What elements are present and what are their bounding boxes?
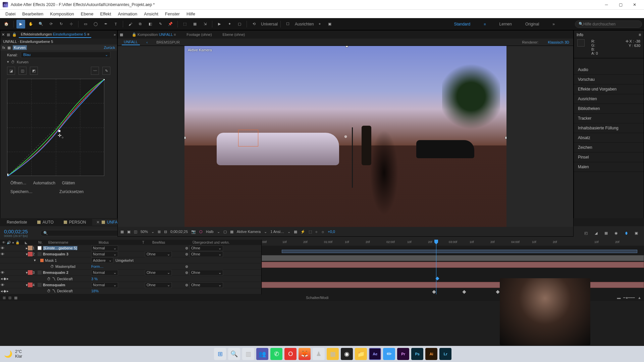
toggle-switches-icon[interactable]: ⊞ — [3, 296, 6, 300]
eye-header-icon[interactable]: 👁 — [2, 241, 5, 244]
curve-tool-pencil[interactable]: ✎ — [102, 67, 110, 75]
alpha-button[interactable]: ▦ — [120, 230, 124, 234]
menu-bearbeiten[interactable]: Bearbeiten — [19, 10, 47, 18]
timeline-search[interactable]: 🔍 — [40, 230, 121, 236]
help-search[interactable]: 🔍 — [575, 20, 642, 28]
panel-effekte[interactable]: Effekte und Vorgaben — [574, 84, 644, 94]
tl-tab-renderliste[interactable]: Renderliste — [3, 219, 31, 226]
menu-fenster[interactable]: Fenster — [162, 10, 183, 18]
chevron-down-icon[interactable]: ⌄ — [217, 230, 220, 234]
graph-icon[interactable]: 〽 — [52, 277, 56, 281]
parent-dropdown[interactable]: Ohne⌄ — [190, 270, 223, 276]
firefox-icon[interactable]: 🦊 — [299, 348, 311, 360]
label-header-icon[interactable]: ◣ — [25, 241, 28, 244]
frame-blend-icon[interactable]: ▦ — [602, 229, 610, 237]
opacity-row-2[interactable]: ◂◆▸ ⏱〽Deckkraft 18% — [0, 288, 261, 294]
photoshop-icon[interactable]: Ps — [411, 348, 423, 360]
layer-row-3[interactable]: 👁 ▾ 3 Bremsqualm 2 Normal⌄ Ohne⌄ ⊚Ohne⌄ — [0, 270, 261, 276]
mode-dropdown[interactable]: Normal⌄ — [91, 282, 118, 288]
menu-animation[interactable]: Animation — [114, 10, 141, 18]
next-kf-icon[interactable]: ▸ — [7, 289, 9, 293]
premiere-icon[interactable]: Pr — [397, 348, 409, 360]
snap-toggle[interactable]: ⟲ — [250, 20, 258, 28]
minimize-button[interactable]: ─ — [600, 0, 613, 9]
curve-mode-3[interactable]: ◩ — [30, 67, 38, 75]
opacity-row[interactable]: ◂◆▸ ⏱〽Deckkraft 3 % — [0, 276, 261, 282]
eye-icon[interactable]: 👁 — [1, 246, 4, 250]
pickwhip-icon[interactable]: ⊚ — [185, 270, 188, 275]
start-button[interactable]: ⊞ — [214, 348, 226, 360]
views-dropdown[interactable]: 1 Ansi… — [270, 230, 284, 234]
guides-button[interactable]: ◫ — [134, 230, 137, 234]
layer-row-1[interactable]: 👁 ▸ 1 [Einste…gsebene 5] Normal⌄ ⊚Ohne⌄ — [0, 245, 261, 251]
explorer-icon[interactable]: 📁 — [355, 348, 367, 360]
teams-icon[interactable]: 👥 — [256, 348, 268, 360]
lock-header-icon[interactable]: 🔒 — [15, 241, 19, 244]
handle-top[interactable] — [345, 46, 348, 47]
puppet-tool[interactable]: ⬚ — [180, 20, 189, 28]
mode-dropdown[interactable]: Normal⌄ — [91, 245, 118, 251]
exposure-reset[interactable]: ☼ — [321, 230, 324, 234]
mode-dropdown[interactable]: Normal⌄ — [91, 270, 118, 276]
tl-tab-person[interactable]: PERSON — [60, 219, 90, 226]
renderer-value[interactable]: Klassisch 3D — [548, 40, 569, 44]
app-icon-1[interactable]: ♟ — [313, 348, 325, 360]
local-axis[interactable]: ▶ — [215, 20, 224, 28]
panel-bibliotheken[interactable]: Bibliotheken — [574, 104, 644, 114]
work-area-bar[interactable] — [282, 250, 637, 253]
curves-smooth-button[interactable]: Glätten — [62, 181, 75, 185]
eye-icon[interactable]: 👁 — [1, 283, 4, 287]
after-effects-icon[interactable]: Ae — [369, 348, 381, 360]
layer-row-4[interactable]: 👁 ▾ 4 Bremsqualm Normal⌄ Ohne⌄ ⊚Ohne⌄ — [0, 282, 261, 288]
speaker-header-icon[interactable]: 🔊 — [7, 241, 11, 244]
color-button[interactable]: ⬡ — [199, 230, 203, 234]
playhead[interactable] — [436, 240, 436, 294]
chevron-down-icon[interactable]: ⌄ — [287, 230, 290, 234]
cache-button[interactable]: ⊟ — [164, 230, 167, 234]
col-parent[interactable]: Übergeordnet und verkn. — [191, 241, 241, 244]
camera-tool[interactable]: ⊹ — [67, 20, 75, 28]
selection-tool[interactable]: ▶ — [16, 20, 25, 28]
eye-icon[interactable]: 👁 — [1, 270, 4, 275]
clone-tool[interactable]: ⧉ — [136, 20, 145, 28]
res-dropdown[interactable]: Halb — [206, 230, 214, 234]
parent-dropdown[interactable]: Ohne⌄ — [190, 282, 223, 288]
opera-icon[interactable]: O — [284, 348, 297, 360]
comp-subtab-unfall[interactable]: UNFALL — [122, 39, 140, 45]
mask-mode-dropdown[interactable]: Addiere⌄ — [91, 257, 113, 263]
menu-ansicht[interactable]: Ansicht — [141, 10, 162, 18]
whatsapp-icon[interactable]: ✆ — [270, 348, 282, 360]
zoom-value[interactable]: 50% — [141, 230, 148, 234]
curve-mode-1[interactable]: ◪ — [7, 67, 15, 75]
help-search-input[interactable] — [583, 22, 638, 26]
parent-dropdown[interactable]: Ohne⌄ — [190, 251, 223, 257]
toggle-modes-icon[interactable]: ⊟ — [8, 296, 11, 300]
twirl-icon[interactable]: ▾ — [7, 60, 9, 64]
exposure-value[interactable]: +0,0 — [328, 230, 335, 234]
view-axis[interactable]: ▢ — [235, 20, 244, 28]
mask-selection-box[interactable] — [238, 130, 258, 146]
bewmas-dropdown[interactable]: Ohne⌄ — [145, 270, 172, 276]
col-name[interactable]: Ebenenname — [47, 241, 97, 244]
obs-icon[interactable]: ◉ — [341, 348, 353, 360]
chevron-left-icon[interactable]: ‹ — [147, 40, 148, 44]
fx-name[interactable]: Kurven — [13, 45, 27, 50]
curve-mode-2[interactable]: ◫ — [18, 67, 26, 75]
mesh-tool[interactable]: ▦ — [191, 20, 199, 28]
anchor-icon[interactable]: ⊕ — [343, 134, 348, 139]
layer-bar-2[interactable] — [262, 262, 644, 268]
panel-tracker[interactable]: Tracker — [574, 114, 644, 123]
mode-dropdown[interactable]: Normal⌄ — [91, 251, 118, 257]
next-kf-icon[interactable]: ▸ — [7, 277, 9, 281]
workspace-menu-icon[interactable]: ≡ — [484, 22, 486, 26]
eye-icon[interactable]: 👁 — [1, 252, 4, 256]
snapshot-button[interactable]: 📷 — [191, 230, 196, 234]
panel-ausrichten[interactable]: Ausrichten — [574, 94, 644, 104]
pin-tool[interactable]: 📌 — [166, 20, 175, 28]
box-icon[interactable]: ▣ — [325, 20, 334, 28]
handle-right[interactable] — [505, 136, 506, 139]
close-icon[interactable]: ✕ — [96, 220, 100, 225]
col-t[interactable]: T — [141, 241, 151, 244]
layer-tab[interactable]: Ebene (ohne) — [221, 32, 247, 38]
align-icon[interactable]: ☐ — [283, 20, 292, 28]
